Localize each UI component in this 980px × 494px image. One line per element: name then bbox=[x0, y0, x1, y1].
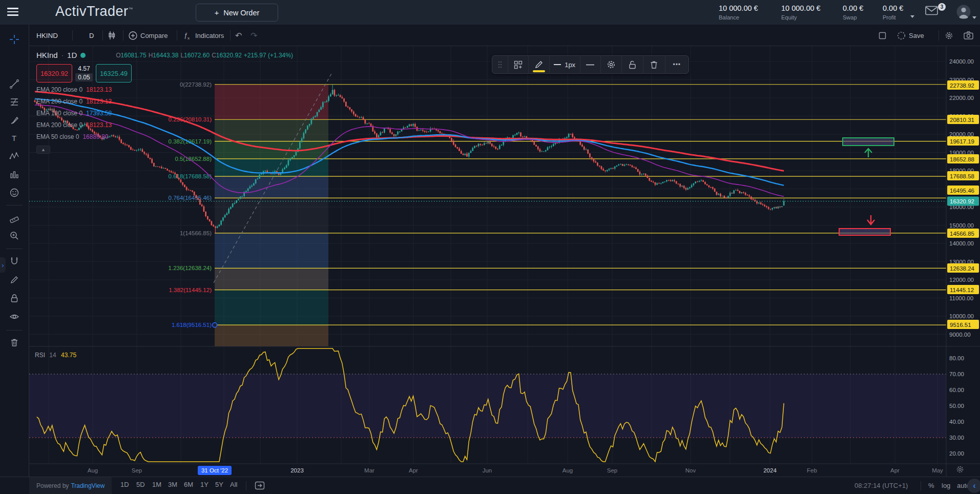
powered-by: Powered by TradingView bbox=[29, 477, 112, 494]
fullscreen-icon bbox=[879, 32, 886, 39]
fib-band bbox=[215, 233, 328, 268]
gear-icon bbox=[607, 60, 616, 69]
rsi-axis-label: 40.00 bbox=[949, 419, 964, 425]
time-axis-label: Aug bbox=[562, 467, 573, 474]
undo-button[interactable]: ↶ bbox=[235, 25, 242, 46]
fib-label: 1.236(12638.24) bbox=[169, 265, 212, 271]
pattern-tool[interactable] bbox=[6, 149, 23, 164]
fib-axis-badge-label: 17688.58 bbox=[950, 173, 974, 179]
watchlist-expander[interactable]: › bbox=[0, 257, 6, 273]
account-menu-button[interactable] bbox=[956, 4, 976, 20]
time-axis-label: Jun bbox=[483, 467, 492, 474]
snapshot-button[interactable] bbox=[964, 25, 973, 46]
forecast-tool[interactable] bbox=[6, 167, 23, 182]
measure-tool[interactable] bbox=[6, 210, 23, 225]
rsi-axis-label: 50.00 bbox=[949, 403, 964, 409]
time-axis-settings-button[interactable] bbox=[956, 465, 964, 476]
range-all[interactable]: All bbox=[230, 481, 237, 488]
pencil-icon bbox=[9, 275, 19, 285]
line-style-button[interactable] bbox=[580, 55, 600, 74]
tradingview-link[interactable]: TradingView bbox=[71, 482, 105, 489]
range-6m[interactable]: 6M bbox=[184, 481, 193, 488]
redo-button[interactable]: ↷ bbox=[251, 25, 257, 46]
range-5y[interactable]: 5Y bbox=[215, 481, 223, 488]
hide-drawings-tool[interactable] bbox=[6, 309, 23, 324]
arrow-down-drawing[interactable] bbox=[867, 215, 874, 224]
chart-settings-button[interactable] bbox=[945, 25, 953, 46]
percent-scale-button[interactable]: % bbox=[928, 482, 934, 489]
time-axis-label: Sep bbox=[132, 467, 142, 474]
range-1y[interactable]: 1Y bbox=[200, 481, 208, 488]
profit-caret-icon[interactable] bbox=[910, 15, 914, 18]
selected-color-swatch bbox=[533, 70, 545, 72]
emoji-icon bbox=[9, 188, 19, 198]
forecast-icon bbox=[9, 170, 19, 180]
short-zone-box[interactable] bbox=[839, 229, 890, 235]
go-to-date-button[interactable] bbox=[255, 481, 265, 492]
range-5d[interactable]: 5D bbox=[136, 481, 145, 488]
drawing-settings-button[interactable] bbox=[601, 55, 621, 74]
magnet-tool[interactable] bbox=[6, 253, 23, 269]
trend-line-tool[interactable] bbox=[6, 76, 23, 92]
rsi-axis-label: 60.00 bbox=[949, 387, 964, 393]
price-axis[interactable]: 9000.0010000.0011000.0012000.0013000.001… bbox=[946, 46, 980, 477]
long-zone-box[interactable] bbox=[843, 138, 894, 146]
fib-band bbox=[215, 325, 328, 346]
sell-button[interactable]: 16320.92 bbox=[36, 64, 72, 83]
remove-drawings-tool[interactable] bbox=[6, 335, 23, 350]
crosshair-icon bbox=[9, 34, 20, 45]
legend-collapse-button[interactable]: ▲ bbox=[36, 146, 50, 154]
lock-drawings-tool[interactable] bbox=[6, 291, 23, 306]
spread-display: 4.57 0.05 bbox=[72, 65, 96, 81]
unlock-drawing-button[interactable] bbox=[622, 55, 643, 74]
zoom-tool[interactable] bbox=[6, 228, 23, 243]
fib-axis-badge-label: 16495.46 bbox=[950, 188, 974, 194]
line-width-button[interactable]: 1px bbox=[550, 55, 580, 74]
menu-icon[interactable] bbox=[7, 8, 18, 16]
range-3m[interactable]: 3M bbox=[168, 481, 177, 488]
fib-retracement-icon bbox=[9, 97, 19, 107]
text-icon: T bbox=[9, 133, 19, 143]
delete-drawing-button[interactable] bbox=[643, 55, 664, 74]
fib-axis-badge-label: 12638.24 bbox=[950, 265, 975, 272]
time-axis-label: 2024 bbox=[763, 467, 777, 474]
drawing-settings-toolbar: 1px ••• bbox=[492, 55, 689, 74]
messages-button[interactable]: 3 bbox=[925, 6, 943, 19]
line-color-button[interactable] bbox=[529, 55, 549, 74]
price-axis-label: 12000.00 bbox=[949, 277, 974, 283]
fullscreen-button[interactable] bbox=[879, 25, 886, 46]
chart-type-button[interactable] bbox=[107, 25, 116, 46]
more-options-button[interactable]: ••• bbox=[665, 55, 689, 74]
emoji-tool[interactable] bbox=[6, 185, 23, 200]
indicators-button[interactable]: ƒ x Indicators bbox=[183, 25, 224, 46]
symbol-selector[interactable]: HKIND bbox=[36, 25, 58, 46]
drag-dots-icon bbox=[498, 61, 502, 68]
range-1m[interactable]: 1M bbox=[152, 481, 161, 488]
save-layout-button[interactable]: Save bbox=[897, 25, 924, 46]
activtrader-app: 0(22738.92)0.236(20810.31)0.382(19617.19… bbox=[0, 0, 980, 494]
toolbar-drag-handle[interactable] bbox=[492, 55, 508, 74]
brush-tool[interactable] bbox=[6, 113, 23, 128]
arrow-up-drawing[interactable] bbox=[865, 149, 872, 157]
object-tree-button[interactable] bbox=[508, 55, 528, 74]
bottom-bar: Powered by TradingView 1D 5D 1M 3M 6M 1Y… bbox=[0, 477, 980, 494]
fx-icon: ƒ x bbox=[183, 31, 192, 40]
clock[interactable]: 08:27:14 (UTC+1) bbox=[854, 482, 908, 489]
interval-selector[interactable]: D bbox=[89, 25, 94, 46]
buy-button[interactable]: 16325.49 bbox=[96, 64, 132, 83]
fib-anchor-handle[interactable] bbox=[213, 323, 217, 327]
time-axis-label: Apr bbox=[409, 467, 418, 474]
crosshair-tool[interactable] bbox=[6, 32, 23, 47]
time-axis[interactable]: AugSep31 Oct '222023MarAprJunAugSepNov20… bbox=[88, 466, 943, 475]
time-axis-label: Mar bbox=[364, 467, 374, 474]
fib-tool[interactable] bbox=[6, 94, 23, 110]
new-order-button[interactable]: + New Order bbox=[196, 4, 278, 22]
log-scale-button[interactable]: log bbox=[942, 482, 950, 489]
edit-drawing-tool[interactable] bbox=[6, 272, 23, 287]
svg-text:x: x bbox=[187, 36, 190, 40]
collapse-panel-button[interactable]: ‹ bbox=[967, 479, 980, 493]
range-1d[interactable]: 1D bbox=[120, 481, 129, 488]
trash-icon bbox=[650, 60, 658, 69]
text-tool[interactable]: T bbox=[6, 131, 23, 146]
compare-button[interactable]: Compare bbox=[129, 25, 168, 46]
